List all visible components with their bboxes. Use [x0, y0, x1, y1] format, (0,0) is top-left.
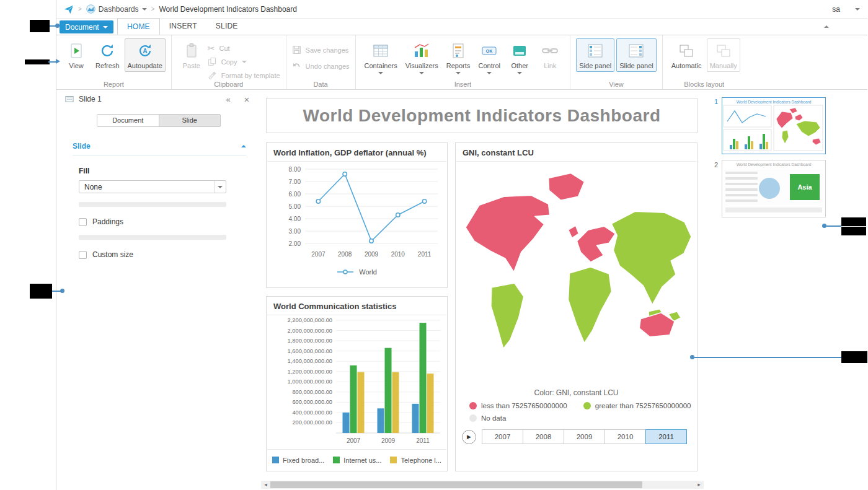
properties-panel: Slide 1 « × Document Slide Slide Fill No… — [56, 90, 261, 490]
fill-label: Fill — [79, 167, 261, 175]
link-button: Link — [536, 38, 564, 72]
dashboard-title: World Development Indicators Dashboard — [303, 106, 660, 126]
svg-text:8.00: 8.00 — [289, 166, 301, 173]
scroll-right-icon[interactable]: ▸ — [694, 481, 704, 489]
svg-text:3.00: 3.00 — [289, 228, 301, 235]
bar-chart: 2,200,000,000.002,000,000,000.001,800,00… — [267, 315, 446, 447]
world-map — [456, 162, 697, 385]
automatic-button[interactable]: Automatic — [668, 38, 705, 72]
annotation-box — [30, 20, 50, 32]
map-panel[interactable]: GNI, constant LCU Color: GNI, constant L… — [455, 142, 698, 471]
horizontal-scrollbar[interactable]: ◂ ▸ — [261, 481, 704, 489]
dashboard-title-panel[interactable]: World Development Indicators Dashboard — [266, 98, 698, 133]
line-chart-panel[interactable]: World Inflation, GDP deflator (annual %)… — [266, 142, 448, 288]
slide-panel-button[interactable]: Slide panel — [616, 38, 656, 72]
logo-plane-icon[interactable] — [64, 4, 74, 14]
control-button[interactable]: OK Control — [475, 38, 503, 76]
annotation-box — [841, 351, 867, 363]
paddings-checkbox-row[interactable]: Paddings — [79, 217, 261, 226]
breadcrumb-dashboards[interactable]: Dashboards — [86, 4, 147, 14]
year-button-2008[interactable]: 2008 — [523, 429, 564, 444]
year-button-2010[interactable]: 2010 — [604, 429, 646, 444]
user-menu-chevron-icon[interactable] — [855, 8, 860, 11]
slide-panel-label: Slide panel — [619, 62, 653, 70]
document-menu-label: Document — [65, 23, 99, 32]
close-panel-icon[interactable]: × — [241, 94, 252, 105]
group-label-insert: Insert — [356, 81, 570, 88]
svg-text:A: A — [143, 48, 148, 55]
bar-chart-legend: Fixed broad...Internet us...Telephone l.… — [267, 449, 446, 470]
containers-button[interactable]: Containers — [361, 38, 401, 76]
dashboards-icon — [86, 4, 95, 14]
map-title: GNI, constant LCU — [456, 143, 696, 162]
manually-button: Manually — [707, 38, 740, 72]
map-legend-less-label: less than 75257650000000 — [481, 402, 567, 409]
slide-2-thumb-preview: Asia — [724, 169, 823, 212]
save-icon — [292, 45, 301, 55]
thumb-pie-shape — [759, 178, 780, 199]
reports-label: Reports — [446, 62, 471, 70]
slide-1-number: 1 — [714, 98, 718, 105]
bar-chart-panel[interactable]: World Communication statistics 2,200,000… — [266, 296, 448, 471]
slide-section-title: Slide — [73, 142, 91, 151]
breadcrumb: > Dashboards > World Development Indicat… — [56, 0, 867, 19]
slide-1-thumbnail[interactable]: World Development Indicators Dashboard — [722, 97, 826, 154]
svg-text:2,200,000,000.00: 2,200,000,000.00 — [288, 317, 332, 323]
year-button-2009[interactable]: 2009 — [564, 429, 605, 444]
slide-1-thumb-title: World Development Indicators Dashboard — [722, 98, 825, 104]
tab-insert[interactable]: INSERT — [160, 19, 206, 35]
thumb-table-rows — [725, 172, 758, 205]
tab-slide-properties[interactable]: Slide — [159, 115, 221, 126]
slide-2-thumbnail[interactable]: World Development Indicators Dashboard A… — [722, 160, 826, 217]
tab-document-properties[interactable]: Document — [97, 115, 159, 126]
paddings-checkbox[interactable] — [79, 218, 87, 226]
view-button[interactable]: View — [62, 38, 91, 72]
autoupdate-button[interactable]: A Autoupdate — [125, 38, 166, 72]
document-menu-button[interactable]: Document — [60, 20, 113, 33]
annotation-box — [30, 284, 52, 299]
chevron-down-icon — [517, 72, 522, 74]
reports-icon — [450, 42, 466, 60]
svg-text:1,200,000,000.00: 1,200,000,000.00 — [288, 369, 332, 375]
legend-swatch-icon — [272, 457, 279, 463]
refresh-button[interactable]: Refresh — [92, 38, 123, 72]
reports-button[interactable]: Reports — [443, 38, 474, 76]
custom-size-checkbox[interactable] — [79, 251, 87, 259]
scrollbar-thumb[interactable] — [270, 481, 642, 488]
tab-home[interactable]: HOME — [117, 19, 160, 35]
collapse-panel-icon[interactable]: « — [223, 95, 234, 104]
tab-slide[interactable]: SLIDE — [206, 19, 247, 35]
format-by-template-label: Format by template — [221, 72, 280, 79]
paste-icon — [184, 42, 199, 60]
svg-text:1,800,000,000.00: 1,800,000,000.00 — [288, 338, 332, 344]
collapse-ribbon-icon[interactable] — [824, 25, 829, 28]
containers-label: Containers — [365, 62, 397, 70]
annotation-line — [48, 61, 56, 63]
svg-text:800,000,000.00: 800,000,000.00 — [292, 389, 332, 395]
side-panel-button[interactable]: Side panel — [576, 38, 614, 72]
chevron-down-icon — [218, 186, 223, 188]
play-button[interactable]: ▶ — [462, 430, 476, 444]
undo-icon — [292, 61, 301, 71]
svg-text:4.00: 4.00 — [289, 216, 301, 222]
user-menu[interactable]: sa — [832, 5, 840, 14]
map-legend-item-nodata: No data — [469, 414, 506, 422]
svg-text:1,000,000,000.00: 1,000,000,000.00 — [288, 378, 332, 385]
fill-select[interactable]: None — [79, 180, 226, 193]
other-button[interactable]: Other — [505, 38, 534, 76]
gray-dot-icon — [469, 414, 477, 422]
refresh-label: Refresh — [95, 62, 120, 70]
autoupdate-icon: A — [137, 42, 153, 60]
visualizers-button[interactable]: Visualizers — [402, 38, 441, 76]
year-button-2011[interactable]: 2011 — [645, 429, 687, 444]
cut-button: ✂ Cut — [208, 43, 280, 53]
legend-label: Internet us... — [343, 457, 381, 464]
paste-label: Paste — [183, 62, 200, 70]
chevron-down-icon — [419, 72, 424, 74]
custom-size-checkbox-row[interactable]: Custom size — [79, 250, 261, 259]
app-window: > Dashboards > World Development Indicat… — [56, 0, 867, 490]
year-button-2007[interactable]: 2007 — [482, 429, 523, 444]
dashboard-canvas: World Development Indicators Dashboard W… — [261, 90, 704, 490]
scroll-left-icon[interactable]: ◂ — [261, 481, 270, 489]
slide-section-header[interactable]: Slide — [73, 142, 246, 155]
